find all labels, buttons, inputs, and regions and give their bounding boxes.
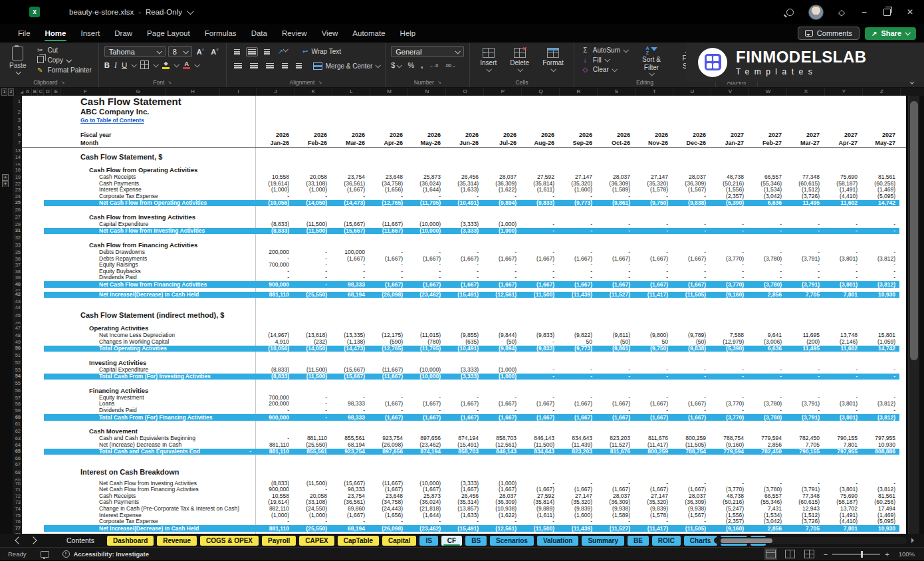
- cell-N31[interactable]: (10,000): [407, 227, 445, 235]
- row-number-57[interactable]: 57: [13, 395, 22, 401]
- cell-X76[interactable]: (3,726): [786, 518, 824, 525]
- row-label-22[interactable]: Cash Payments: [22, 181, 255, 187]
- cell-R58[interactable]: (1,667): [558, 401, 596, 407]
- cell-Z73[interactable]: (60,256): [862, 499, 899, 506]
- page-break-view-button[interactable]: [804, 550, 814, 558]
- cell-X59[interactable]: -: [786, 407, 824, 414]
- cell-S23[interactable]: (1,589): [596, 187, 634, 193]
- cell-P42[interactable]: (12,561): [483, 291, 520, 298]
- cell-N70[interactable]: (10,000): [407, 481, 445, 487]
- cell-N6[interactable]: 2026: [407, 131, 445, 139]
- row-number-19[interactable]: 19: [13, 174, 22, 181]
- cell-R59[interactable]: -: [558, 407, 596, 414]
- cell-L59[interactable]: -: [331, 407, 369, 414]
- cell-Y73[interactable]: (58,187): [824, 499, 862, 506]
- sheet-tab-roic[interactable]: ROIC: [652, 536, 681, 546]
- cell-X39[interactable]: -: [786, 275, 824, 281]
- cell-P23[interactable]: (1,622): [483, 187, 520, 193]
- cell-W76[interactable]: (3,042): [748, 518, 786, 525]
- cell-W53[interactable]: -: [748, 367, 786, 374]
- cell-N22[interactable]: (36,024): [407, 181, 445, 187]
- cell-O49[interactable]: (635): [445, 339, 483, 346]
- menu-tab-insert[interactable]: Insert: [73, 24, 107, 43]
- cell-Z19[interactable]: 81,561: [862, 174, 899, 181]
- cell-M36[interactable]: (1,667): [369, 256, 407, 263]
- cell-N24[interactable]: -: [407, 193, 445, 200]
- row-label-65[interactable]: Total Cash and Cash Equivalents End-: [22, 448, 255, 455]
- cell-P64[interactable]: (12,561): [483, 442, 520, 449]
- cell-X53[interactable]: -: [786, 367, 824, 374]
- cell-R40[interactable]: (1,667): [558, 281, 596, 288]
- cell-J75[interactable]: (1,000): [255, 512, 293, 519]
- cell-Q42[interactable]: (11,500): [520, 291, 558, 298]
- cell-X40[interactable]: (3,791): [786, 281, 824, 288]
- align-left-button[interactable]: [232, 61, 244, 70]
- cell-X70[interactable]: -: [786, 481, 824, 487]
- row-number-65[interactable]: 65: [13, 448, 22, 455]
- cell-W57[interactable]: -: [748, 395, 786, 401]
- cell-Z72[interactable]: 81,561: [862, 493, 899, 500]
- cell-U71[interactable]: (1,667): [672, 487, 710, 493]
- cell-Q38[interactable]: -: [520, 269, 558, 275]
- cell-L75[interactable]: (1,667): [331, 512, 369, 519]
- cell-Y36[interactable]: (3,801): [824, 256, 862, 263]
- cell-U48[interactable]: (9,789): [672, 332, 710, 339]
- cell-R31[interactable]: -: [558, 227, 596, 235]
- cell-L70[interactable]: (15,667): [331, 481, 369, 487]
- cell-U7[interactable]: Dec-26: [672, 139, 710, 147]
- cell-K49[interactable]: (232): [293, 339, 331, 346]
- column-header-K[interactable]: K: [294, 88, 332, 96]
- align-bottom-button[interactable]: [262, 47, 272, 56]
- column-header-R[interactable]: R: [560, 88, 598, 96]
- cell-J31[interactable]: (8,833): [255, 227, 293, 235]
- cell-P54[interactable]: (1,000): [483, 373, 520, 380]
- cell-Y29[interactable]: -: [824, 221, 862, 228]
- cell-J19[interactable]: 10,558: [255, 174, 293, 181]
- row-label-58[interactable]: Loans: [22, 401, 255, 407]
- cell-W31[interactable]: -: [748, 227, 786, 235]
- cell-W64[interactable]: 2,856: [748, 442, 786, 449]
- cell-R71[interactable]: (1,667): [558, 487, 596, 493]
- format-painter-button[interactable]: ✎Format Painter: [35, 66, 93, 74]
- cell-L77[interactable]: 68,194: [331, 525, 369, 532]
- sheet-tab-capex[interactable]: CAPEX: [299, 536, 334, 546]
- row-number-27[interactable]: 27: [13, 213, 22, 221]
- cell-K73[interactable]: (33,108): [293, 499, 331, 506]
- cell-T63[interactable]: 811,676: [634, 435, 672, 442]
- row-number-5[interactable]: 5: [13, 125, 22, 131]
- cell-J76[interactable]: -: [255, 518, 293, 525]
- column-header-B[interactable]: B: [32, 88, 38, 96]
- row-label-16[interactable]: Cash Flow from Operating Activities: [22, 166, 354, 174]
- font-size-select[interactable]: 8: [168, 46, 192, 57]
- cell-Z65[interactable]: 808,886: [862, 448, 899, 455]
- cell-X65[interactable]: 790,155: [786, 448, 824, 455]
- cell-Q36[interactable]: (1,667): [520, 256, 558, 263]
- cell-S72[interactable]: 28,037: [596, 493, 634, 500]
- row-number-32[interactable]: 32: [13, 235, 22, 241]
- menu-tab-home[interactable]: Home: [38, 24, 74, 43]
- cell-Q72[interactable]: 27,592: [520, 493, 558, 500]
- cell-N25[interactable]: (11,795): [407, 199, 445, 207]
- row-number-64[interactable]: 64: [13, 442, 22, 449]
- row-label-35[interactable]: Debts Drawdowns: [22, 249, 255, 256]
- cell-Q24[interactable]: -: [520, 193, 558, 200]
- row-label-47[interactable]: Operating Activities: [22, 324, 354, 332]
- cell-W77[interactable]: 2,856: [748, 525, 786, 532]
- row-label-63[interactable]: Cash and Cash Equivalents Beginning: [22, 435, 255, 442]
- cell-K59[interactable]: -: [293, 407, 331, 414]
- sheet-tab-valuation[interactable]: Valuation: [537, 536, 578, 546]
- row-number-40[interactable]: 40: [13, 281, 22, 288]
- cell-K77[interactable]: (25,550): [293, 525, 331, 532]
- cell-W36[interactable]: (3,780): [748, 256, 786, 263]
- cell-R39[interactable]: -: [558, 275, 596, 281]
- decrease-indent-button[interactable]: [280, 61, 290, 70]
- cell-Q74[interactable]: (9,889): [520, 506, 558, 512]
- cell-X63[interactable]: 782,450: [786, 435, 824, 442]
- cell-Z75[interactable]: (1,469): [862, 512, 899, 519]
- cell-X29[interactable]: -: [786, 221, 824, 228]
- cell-S74[interactable]: (9,938): [596, 506, 634, 512]
- cell-X38[interactable]: -: [786, 269, 824, 275]
- cell-L58[interactable]: 98,333: [331, 401, 369, 407]
- cell-S31[interactable]: -: [596, 227, 634, 235]
- cell-Z36[interactable]: (3,812): [862, 256, 899, 263]
